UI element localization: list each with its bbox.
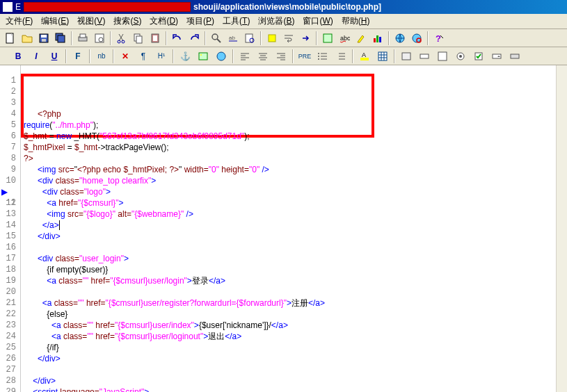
title-redacted [24, 2, 191, 12]
bold-button[interactable]: B [10, 49, 26, 64]
toolbar-sep [71, 31, 72, 45]
window-titlebar: E shouji/application\views\mobile\public… [0, 0, 567, 14]
save-button[interactable] [36, 31, 51, 46]
preview-button[interactable] [92, 31, 107, 46]
svg-text:A: A [362, 51, 366, 58]
help-button[interactable]: ? [431, 31, 447, 46]
toolbar-sep [352, 49, 353, 63]
menu-window[interactable]: 窗口(W) [298, 14, 337, 28]
form-button[interactable] [398, 49, 415, 64]
svg-point-32 [217, 52, 225, 60]
underline-button[interactable]: U [46, 49, 63, 64]
redo-button[interactable] [186, 31, 202, 46]
pre-button[interactable]: PRE [296, 49, 313, 64]
save-all-button[interactable] [53, 31, 68, 46]
word-wrap-button[interactable] [281, 31, 296, 46]
chart-button[interactable] [370, 31, 385, 46]
svg-text:?: ? [436, 33, 441, 44]
line-gutter: 12345678910▶1112131415161718192021222324… [0, 65, 21, 392]
textarea-button[interactable] [434, 49, 451, 64]
menu-search[interactable]: 搜索(S) [109, 14, 145, 28]
al-right-button[interactable] [273, 49, 289, 64]
svg-text:abc: abc [340, 35, 350, 42]
radio-button[interactable] [452, 49, 469, 64]
new-file-button[interactable] [3, 31, 18, 46]
link-button[interactable] [213, 49, 230, 64]
svg-rect-13 [136, 36, 142, 43]
al-left-button[interactable] [237, 49, 253, 64]
toolbar-sep [110, 31, 111, 45]
main-toolbar: ab abc ? [0, 29, 567, 47]
svg-point-35 [318, 58, 319, 60]
clear-button[interactable]: ✕ [117, 49, 134, 64]
svg-rect-46 [511, 54, 519, 58]
find-button[interactable] [209, 31, 224, 46]
heading-button[interactable]: H¹ [153, 49, 170, 64]
vertical-scrollbar[interactable] [556, 65, 567, 392]
spell-button[interactable]: abc [337, 31, 352, 46]
svg-rect-15 [153, 35, 157, 41]
format-toolbar: B I U F nb ✕ ¶ H¹ ⚓ PRE A [0, 47, 567, 65]
copy-button[interactable] [131, 31, 146, 46]
code-editor[interactable]: <?phprequire("../hm.php");$_hmt = new _H… [21, 65, 556, 392]
open-file-button[interactable] [19, 31, 35, 46]
svg-point-16 [212, 34, 218, 40]
find-files-button[interactable] [242, 31, 257, 46]
svg-rect-30 [199, 53, 207, 60]
button-button[interactable] [506, 49, 523, 64]
tool-a-button[interactable] [320, 31, 335, 46]
print-button[interactable] [75, 31, 90, 46]
font-button[interactable]: F [70, 49, 86, 64]
toolbar-sep [316, 31, 317, 45]
toolbar-sep [232, 49, 234, 63]
toolbar-sep [388, 31, 390, 45]
highlight-button[interactable] [353, 31, 369, 46]
menu-tools[interactable]: 工具(T) [218, 14, 254, 28]
table-button[interactable] [374, 49, 391, 64]
nb-button[interactable]: nb [93, 49, 110, 64]
toolbar-sep [113, 49, 114, 63]
image-button[interactable] [195, 49, 211, 64]
para-button[interactable]: ¶ [135, 49, 152, 64]
goto-button[interactable] [298, 31, 313, 46]
color-button[interactable]: A [356, 49, 373, 64]
toolbar-sep [89, 49, 90, 63]
svg-text:ab: ab [229, 35, 235, 41]
menu-browser[interactable]: 浏览器(B) [254, 14, 298, 28]
replace-button[interactable]: ab [225, 31, 241, 46]
svg-rect-23 [374, 38, 376, 42]
check-button[interactable] [470, 49, 487, 64]
menu-edit[interactable]: 编辑(E) [37, 14, 73, 28]
menu-help[interactable]: 帮助(H) [337, 14, 374, 28]
svg-rect-24 [376, 35, 378, 42]
cut-button[interactable] [114, 31, 129, 46]
menu-file[interactable]: 文件(F) [1, 14, 37, 28]
al-center-button[interactable] [255, 49, 271, 64]
svg-rect-7 [80, 34, 86, 38]
svg-rect-45 [493, 54, 501, 58]
svg-point-34 [318, 56, 319, 57]
menu-project[interactable]: 项目(P) [182, 14, 218, 28]
menu-document[interactable]: 文档(D) [145, 14, 182, 28]
svg-rect-20 [269, 35, 275, 42]
browser-button[interactable] [392, 31, 408, 46]
svg-rect-5 [58, 35, 65, 42]
text-button[interactable] [416, 49, 433, 64]
title-prefix: E [15, 2, 21, 12]
toolbar-sep [205, 31, 206, 45]
browser2-button[interactable] [409, 31, 424, 46]
toolbar-sep [173, 49, 174, 63]
marker-button[interactable] [264, 31, 280, 46]
menu-view[interactable]: 视图(V) [73, 14, 109, 28]
svg-rect-3 [42, 39, 46, 42]
list-button[interactable] [314, 49, 331, 64]
olist-button[interactable] [333, 49, 349, 64]
toolbar-sep [394, 49, 395, 63]
italic-button[interactable]: I [28, 49, 45, 64]
toolbar-sep [260, 31, 262, 45]
anchor-button[interactable]: ⚓ [177, 49, 193, 64]
toolbar-sep [292, 49, 294, 63]
select-button[interactable] [488, 49, 505, 64]
paste-button[interactable] [147, 31, 163, 46]
undo-button[interactable] [170, 31, 185, 46]
